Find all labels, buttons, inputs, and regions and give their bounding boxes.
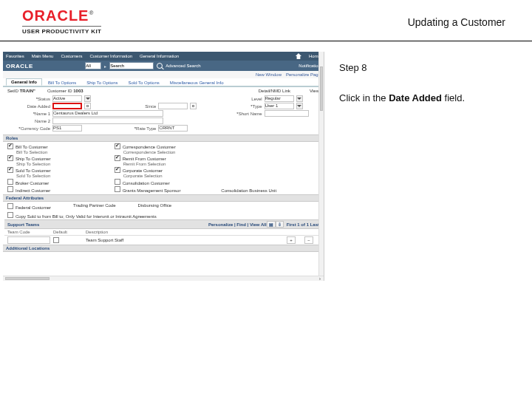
- roles-section-bar: Roles: [3, 134, 324, 142]
- since-calendar-icon[interactable]: [190, 103, 197, 109]
- chk-copy-sold-to[interactable]: [7, 212, 13, 218]
- tab-ship-to[interactable]: Ship To Options: [82, 80, 122, 86]
- status-field[interactable]: Active: [52, 95, 82, 102]
- short-name-field[interactable]: [265, 110, 309, 117]
- instr-bold: Date Added: [389, 92, 442, 103]
- support-find[interactable]: Find: [236, 222, 246, 227]
- brand-block: ORACLE® USER PRODUCTIVITY KIT: [22, 7, 101, 35]
- trading-partner-label: Trading Partner Code: [73, 203, 115, 210]
- rate-type-field[interactable]: CRRNT: [158, 125, 188, 132]
- personalize-page-link[interactable]: Personalize Page: [286, 72, 321, 77]
- menu-custinfo[interactable]: Customer Information: [89, 54, 132, 58]
- support-personalize[interactable]: Personalize: [208, 222, 233, 227]
- status-label: Status: [7, 97, 50, 101]
- search-scope[interactable]: [85, 62, 101, 69]
- type-dropdown-icon[interactable]: [296, 103, 303, 109]
- since-field[interactable]: [158, 103, 188, 109]
- chk-indirect[interactable]: [7, 186, 13, 192]
- menu-favorites[interactable]: Favorites: [6, 54, 24, 58]
- menu-customers[interactable]: Customers: [61, 54, 82, 58]
- horizontal-scrollbar[interactable]: ›: [3, 276, 324, 281]
- chk-consolidation[interactable]: [115, 179, 120, 185]
- vertical-scrollbar[interactable]: [318, 52, 324, 281]
- custid-value: 1003: [73, 89, 83, 93]
- support-section: Support Teams Personalize | Find | View …: [3, 219, 324, 245]
- notification-link[interactable]: Notification: [299, 64, 321, 68]
- setid-label: SetID: [7, 89, 18, 93]
- date-added-calendar-icon[interactable]: [84, 103, 91, 109]
- horizontal-scroll-thumb[interactable]: [5, 277, 50, 280]
- detail-form: Status Active Level Regular Date Added S…: [3, 95, 324, 134]
- scroll-right-arrow[interactable]: ›: [317, 276, 323, 281]
- instruction-text: Click in the Date Added field.: [339, 92, 519, 103]
- home-icon[interactable]: [296, 53, 301, 59]
- tabbar: General Info Bill To Options Ship To Opt…: [3, 78, 324, 87]
- team-desc: Team Support Staff: [86, 238, 284, 242]
- upk-label: USER PRODUCTIVITY KIT: [22, 26, 101, 35]
- add-row-button[interactable]: +: [287, 236, 296, 244]
- chk-grants[interactable]: [115, 186, 120, 192]
- team-default-checkbox[interactable]: [53, 237, 59, 243]
- chk-remit[interactable]: [115, 155, 120, 161]
- support-grid-icon[interactable]: ▤: [267, 221, 276, 228]
- tab-misc[interactable]: Miscellaneous General Info: [166, 80, 228, 86]
- tab-general-info[interactable]: General Info: [6, 78, 42, 86]
- menu-main[interactable]: Main Menu: [32, 54, 54, 58]
- date-added-label: Date Added: [7, 104, 50, 109]
- detail-link[interactable]: Detail/NMD Link: [259, 89, 290, 93]
- type-field[interactable]: User 1: [265, 103, 294, 109]
- since-label: Since: [113, 104, 156, 109]
- instr-pre: Click in the: [339, 92, 389, 103]
- menu-geninfo[interactable]: General Information: [140, 54, 179, 58]
- step-label: Step 8: [339, 62, 519, 73]
- chk-ship-to[interactable]: [7, 155, 13, 161]
- chk-federal-customer[interactable]: [7, 203, 13, 209]
- tab-sold-to[interactable]: Sold To Options: [124, 80, 164, 86]
- federal-section-bar: Federal Attributes: [3, 194, 324, 202]
- currency-label: Currency Code: [7, 126, 50, 131]
- support-hdr-default: Default: [53, 230, 83, 234]
- chk-bill-to[interactable]: [7, 143, 13, 149]
- corr-selection[interactable]: Correspondence Selection: [123, 150, 213, 154]
- level-field[interactable]: Regular: [265, 95, 294, 102]
- chk-corr[interactable]: [115, 143, 120, 149]
- instruction-panel: Step 8 Click in the Date Added field.: [324, 52, 529, 332]
- support-dl-icon[interactable]: ⇩: [276, 221, 284, 228]
- app-screenshot: Favorites Main Menu Customers Customer I…: [3, 52, 324, 281]
- corporate-selection[interactable]: Corporate Selection: [123, 174, 213, 178]
- search-input[interactable]: [109, 62, 154, 69]
- support-hdr-team: Team Code: [7, 230, 50, 234]
- team-code-field[interactable]: [7, 236, 50, 244]
- search-icon[interactable]: [157, 63, 163, 69]
- chk-corporate[interactable]: [115, 167, 120, 173]
- date-added-field[interactable]: [52, 103, 82, 109]
- searchbar: ORACLE ▸ Advanced Search Notification: [3, 61, 324, 71]
- sold-to-selection[interactable]: Sold To Selection: [16, 174, 106, 178]
- name1-field[interactable]: Centaurus Dealers Ltd: [52, 110, 163, 117]
- tab-bill-to[interactable]: Bill To Options: [44, 80, 81, 86]
- name2-field[interactable]: [52, 117, 163, 124]
- instr-post: field.: [442, 92, 465, 103]
- advanced-search-link[interactable]: Advanced Search: [166, 64, 200, 68]
- name1-label: Name 1: [7, 112, 50, 116]
- chk-sold-to[interactable]: [7, 167, 13, 173]
- status-dropdown-icon[interactable]: [84, 95, 91, 102]
- chk-broker[interactable]: [7, 179, 13, 185]
- type-label: Type: [219, 104, 262, 109]
- vertical-scroll-thumb[interactable]: [320, 66, 323, 111]
- level-label: Level: [219, 97, 262, 101]
- remove-row-button[interactable]: −: [304, 236, 313, 244]
- level-dropdown-icon[interactable]: [296, 95, 303, 102]
- currency-field[interactable]: PS1: [52, 125, 82, 132]
- consolidation-bu-label: Consolidation Business Unit: [221, 188, 319, 193]
- support-view-all[interactable]: View All: [250, 222, 267, 227]
- oracle-logo-small: ORACLE: [6, 63, 33, 69]
- menubar: Favorites Main Menu Customers Customer I…: [3, 52, 324, 61]
- federal-row: Federal Customer Trading Partner Code Di…: [3, 202, 324, 211]
- oracle-logo-text: ORACLE: [22, 7, 89, 24]
- new-window-link[interactable]: New Window: [256, 72, 282, 77]
- ship-to-selection[interactable]: Ship To Selection: [16, 162, 106, 166]
- bill-to-selection[interactable]: Bill To Selection: [16, 150, 106, 154]
- remit-selection[interactable]: Remit From Selection: [123, 162, 213, 166]
- personalize-row: New Window Personalize Page: [3, 71, 324, 78]
